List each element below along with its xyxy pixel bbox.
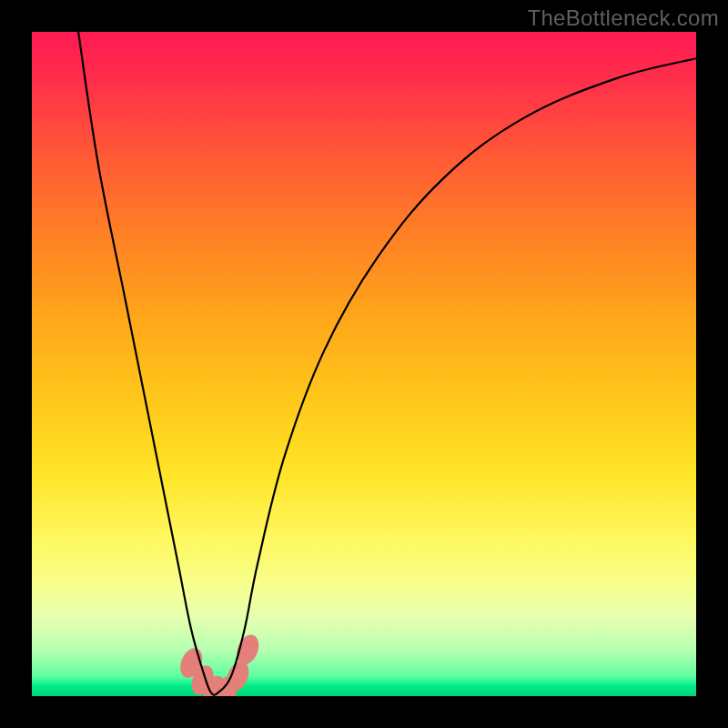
plot-area [32, 32, 696, 696]
marker-layer [177, 632, 263, 696]
bottleneck-curve-path [78, 32, 696, 695]
watermark-text: TheBottleneck.com [527, 5, 719, 31]
chart-svg [32, 32, 696, 696]
dip-marker-6 [233, 632, 263, 668]
chart-frame: TheBottleneck.com [0, 0, 728, 728]
